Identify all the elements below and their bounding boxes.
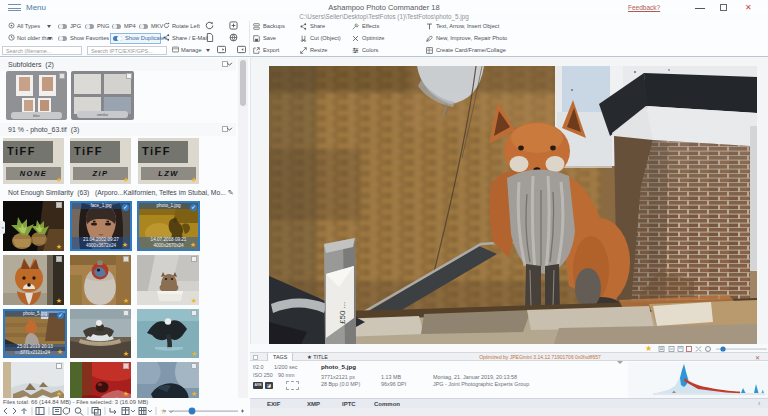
svg-text:☆: ☆: [160, 407, 167, 416]
svg-text:£50 ...: £50 ...: [338, 302, 347, 324]
